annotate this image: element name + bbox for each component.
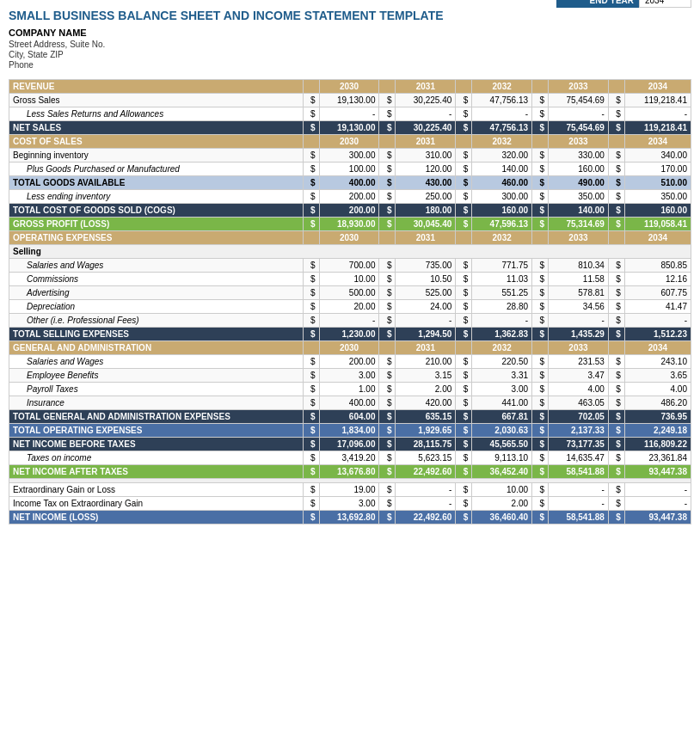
less-sales-returns-row: Less Sales Returns and Allowances $ - $ …	[9, 107, 691, 121]
gross-sales-row: Gross Sales $ 19,130.00 $ 30,225.40 $ 47…	[9, 94, 691, 107]
selling-other-row: Other (i.e. Professional Fees) $ - $ - $…	[9, 314, 691, 328]
total-selling-row: TOTAL SELLING EXPENSES $ 1,230.00 $ 1,29…	[9, 328, 691, 341]
net-income-after-taxes-row: NET INCOME AFTER TAXES $ 13,676.80 $ 22,…	[9, 465, 691, 479]
gross-profit-row: GROSS PROFIT (LOSS) $ 18,930.00 $ 30,045…	[9, 218, 691, 231]
ga-insurance-row: Insurance $ 400.00 $ 420.00 $ 441.00 $ 4…	[9, 396, 691, 410]
revenue-year-2034: 2034	[624, 80, 691, 94]
operating-expenses-header: OPERATING EXPENSES 2030 2031 2032 2033 2…	[9, 231, 691, 245]
selling-depreciation-row: Depreciation $ 20.00 $ 24.00 $ 28.80 $ 3…	[9, 300, 691, 314]
extraordinary-gain-row: Extraordinary Gain or Loss $ 19.00 $ - $…	[9, 483, 691, 497]
net-sales-label: NET SALES	[9, 121, 304, 135]
selling-salaries-row: Salaries and Wages $ 700.00 $ 735.00 $ 7…	[9, 259, 691, 273]
page-title: SMALL BUSINESS BALANCE SHEET AND INCOME …	[9, 9, 691, 22]
revenue-section-header: REVENUE 2030 2031 2032 2033 2034	[9, 80, 691, 94]
plus-goods-row: Plus Goods Purchased or Manufactured $ 1…	[9, 163, 691, 176]
revenue-year-2031: 2031	[396, 80, 456, 94]
gross-sales-label: Gross Sales	[9, 94, 304, 107]
company-phone: Phone	[9, 60, 691, 70]
revenue-year-2030: 2030	[319, 80, 379, 94]
ga-payroll-taxes-row: Payroll Taxes $ 1.00 $ 2.00 $ 3.00 $ 4.0…	[9, 383, 691, 396]
selling-advertising-row: Advertising $ 500.00 $ 525.00 $ 551.25 $…	[9, 286, 691, 300]
taxes-on-income-row: Taxes on income $ 3,419.20 $ 5,623.15 $ …	[9, 451, 691, 465]
total-op-row: TOTAL OPERATING EXPENSES $ 1,834.00 $ 1,…	[9, 424, 691, 438]
company-city: City, State ZIP	[9, 50, 691, 59]
ga-salaries-row: Salaries and Wages $ 200.00 $ 210.00 $ 2…	[9, 355, 691, 369]
cost-of-sales-header: COST OF SALES 2030 2031 2032 2033 2034	[9, 135, 691, 149]
end-year-value: 2034	[640, 0, 691, 8]
total-cogs-row: TOTAL COST OF GOODS SOLD (COGS) $ 200.00…	[9, 204, 691, 218]
net-income-loss-row: NET INCOME (LOSS) $ 13,692.80 $ 22,492.6…	[9, 511, 691, 524]
header-info-panel: DATE PREPARED xx/xx/xx START YEAR 2030 E…	[556, 0, 691, 8]
gross-profit-label: GROSS PROFIT (LOSS)	[9, 218, 304, 231]
main-table: REVENUE 2030 2031 2032 2033 2034 Gross S…	[9, 79, 691, 524]
end-year-label: END YEAR	[556, 0, 640, 8]
net-income-before-taxes-row: NET INCOME BEFORE TAXES $ 17,096.00 $ 28…	[9, 438, 691, 451]
ga-header: GENERAL AND ADMINISTRATION 2030 2031 203…	[9, 341, 691, 355]
ga-employee-benefits-row: Employee Benefits $ 3.00 $ 3.15 $ 3.31 $…	[9, 369, 691, 383]
selling-commissions-row: Commissions $ 10.00 $ 10.50 $ 11.03 $ 11…	[9, 273, 691, 286]
selling-subheader: Selling	[9, 245, 691, 259]
income-tax-extra-row: Income Tax on Extraordinary Gain $ 3.00 …	[9, 497, 691, 511]
less-sales-returns-label: Less Sales Returns and Allowances	[9, 107, 304, 121]
revenue-year-2032: 2032	[472, 80, 532, 94]
cost-of-sales-label: COST OF SALES	[9, 135, 304, 149]
net-sales-row: NET SALES $ 19,130.00 $ 30,225.40 $ 47,7…	[9, 121, 691, 135]
company-name: COMPANY NAME	[9, 28, 691, 38]
total-goods-row: TOTAL GOODS AVAILABLE $ 400.00 $ 430.00 …	[9, 176, 691, 190]
company-address: Street Address, Suite No.	[9, 40, 691, 49]
total-ga-row: TOTAL GENERAL AND ADMINISTRATION EXPENSE…	[9, 410, 691, 424]
revenue-label: REVENUE	[9, 80, 304, 94]
revenue-year-2033: 2033	[549, 80, 609, 94]
beginning-inventory-row: Beginning inventory $ 300.00 $ 310.00 $ …	[9, 149, 691, 163]
less-ending-inventory-row: Less ending inventory $ 200.00 $ 250.00 …	[9, 190, 691, 204]
